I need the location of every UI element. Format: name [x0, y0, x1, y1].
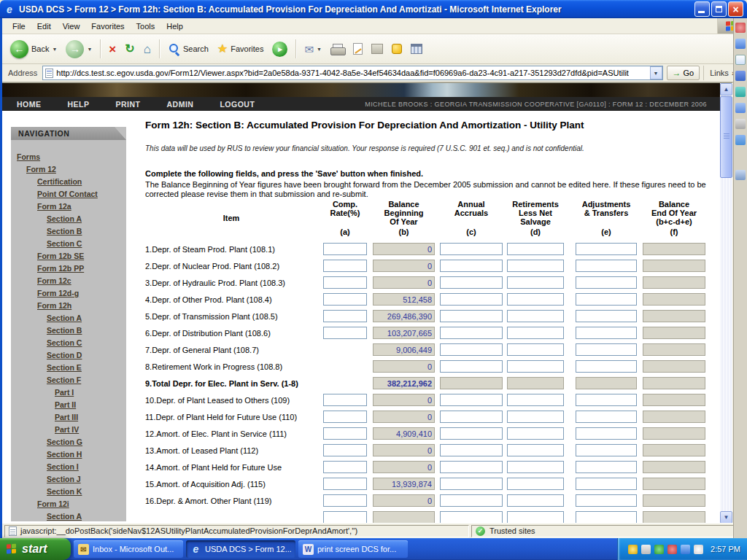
dock-icon-3[interactable] — [735, 55, 746, 65]
taskbar-task-button[interactable]: print screen DCS for... — [298, 540, 408, 558]
comp-rate-input[interactable] — [323, 260, 367, 272]
back-button[interactable]: ← Back ▼ — [7, 39, 61, 60]
annual-accruals-input[interactable] — [440, 494, 503, 507]
tray-update-icon[interactable] — [694, 545, 703, 554]
annual-accruals-input[interactable] — [440, 444, 503, 456]
dock-icon-8[interactable] — [735, 135, 746, 145]
adjustments-input[interactable] — [576, 360, 637, 373]
sidebar-link[interactable]: Certification — [11, 175, 126, 187]
adjustments-input[interactable] — [576, 276, 637, 289]
retirements-input[interactable] — [507, 360, 564, 373]
adjustments-input[interactable] — [576, 511, 637, 523]
sidebar-link[interactable]: Section B — [11, 324, 126, 336]
comp-rate-input[interactable] — [323, 276, 367, 289]
sidebar-link[interactable]: Form 12a — [11, 200, 126, 212]
site-nav-link[interactable]: HELP — [68, 100, 90, 109]
adjustments-input[interactable] — [576, 293, 637, 306]
retirements-input[interactable] — [507, 260, 564, 272]
adjustments-input[interactable] — [576, 444, 637, 456]
adjustments-input[interactable] — [576, 310, 637, 322]
sidebar-link[interactable]: Section E — [11, 361, 126, 373]
annual-accruals-input[interactable] — [440, 260, 503, 272]
minimize-button[interactable] — [694, 1, 710, 17]
address-input[interactable]: http://dcs.test.sc.egov.usda.gov/Form12/… — [42, 66, 662, 80]
sidebar-link[interactable]: Form 12h — [11, 299, 126, 311]
comp-rate-input[interactable] — [323, 461, 367, 473]
sidebar-link[interactable]: Part IV — [11, 423, 126, 435]
research-button[interactable] — [407, 42, 426, 55]
sidebar-link[interactable]: Form 12c — [11, 274, 126, 287]
sidebar-link[interactable]: Form 12i — [11, 497, 126, 510]
annual-accruals-input[interactable] — [440, 394, 503, 406]
dock-icon-2[interactable] — [735, 39, 746, 49]
annual-accruals-input[interactable] — [440, 343, 503, 356]
sidebar-link[interactable]: Part I — [11, 386, 126, 398]
forward-button[interactable]: → ▼ — [62, 39, 96, 60]
sidebar-link[interactable]: Section F — [11, 373, 126, 386]
annual-accruals-input[interactable] — [440, 327, 503, 339]
taskbar-task-button[interactable]: USDA DCS > Form 12... — [186, 540, 295, 558]
sidebar-link[interactable]: Part III — [11, 411, 126, 423]
sidebar-link[interactable]: Section K — [11, 485, 126, 497]
annual-accruals-input[interactable] — [440, 293, 503, 306]
forward-dropdown-icon[interactable]: ▼ — [87, 47, 92, 52]
sidebar-link[interactable]: Section J — [11, 472, 126, 485]
search-button[interactable]: Search — [164, 42, 212, 57]
comp-rate-input[interactable] — [323, 494, 367, 507]
annual-accruals-input[interactable] — [440, 276, 503, 289]
media-button[interactable]: ▸ — [268, 40, 291, 58]
favorites-button[interactable]: ★ Favorites — [214, 42, 268, 56]
adjustments-input[interactable] — [576, 243, 637, 255]
sidebar-link[interactable]: Section A — [11, 212, 126, 225]
annual-accruals-input[interactable] — [440, 310, 503, 322]
taskbar-task-button[interactable]: Inbox - Microsoft Out... — [74, 540, 183, 558]
comp-rate-input[interactable] — [323, 243, 367, 255]
vertical-scrollbar[interactable]: ▲ ▼ — [720, 83, 732, 523]
menu-item[interactable]: View — [57, 20, 86, 33]
sidebar-link[interactable]: Section A — [11, 311, 126, 324]
retirements-input[interactable] — [507, 461, 564, 473]
start-button[interactable]: start — [0, 538, 71, 560]
close-button[interactable]: × — [728, 1, 743, 17]
menu-item[interactable]: Tools — [131, 20, 161, 33]
scroll-up-button[interactable]: ▲ — [720, 83, 732, 96]
scrollbar-thumb[interactable] — [720, 96, 732, 178]
comp-rate-input[interactable] — [323, 411, 367, 423]
annual-accruals-input[interactable] — [440, 411, 503, 423]
sidebar-link[interactable]: Forms — [11, 150, 126, 163]
discuss-button[interactable] — [368, 42, 387, 55]
adjustments-input[interactable] — [576, 478, 637, 490]
site-nav-link[interactable]: LOGOUT — [220, 100, 255, 109]
comp-rate-input[interactable] — [323, 394, 367, 406]
adjustments-input[interactable] — [576, 461, 637, 473]
home-button[interactable]: ⌂ — [140, 42, 155, 57]
sidebar-link[interactable]: Section C — [11, 336, 126, 349]
adjustments-input[interactable] — [576, 260, 637, 272]
stop-button[interactable]: × — [105, 42, 120, 57]
dock-icon-9[interactable] — [735, 170, 746, 180]
retirements-input[interactable] — [507, 511, 564, 523]
sidebar-link[interactable]: Form 12d-g — [11, 287, 126, 299]
menu-item[interactable]: Help — [160, 20, 189, 33]
sidebar-link[interactable]: Section I — [11, 460, 126, 472]
sidebar-link[interactable]: Point Of Contact — [11, 187, 126, 200]
sidebar-link[interactable]: Section C — [11, 237, 126, 249]
dock-icon-1[interactable] — [735, 23, 746, 33]
annual-accruals-input[interactable] — [440, 461, 503, 473]
address-url[interactable]: http://dcs.test.sc.egov.usda.gov/Form12/… — [56, 69, 649, 77]
taskbar-clock[interactable]: 2:57 PM — [711, 545, 740, 553]
sidebar-link[interactable]: Section D — [11, 349, 126, 361]
site-nav-link[interactable]: HOME — [17, 100, 42, 109]
go-button[interactable]: → Go — [667, 66, 700, 80]
adjustments-input[interactable] — [576, 427, 637, 440]
sidebar-link[interactable]: Section H — [11, 448, 126, 460]
retirements-input[interactable] — [507, 276, 564, 289]
tray-network-icon[interactable] — [681, 545, 690, 554]
dock-icon-7[interactable] — [735, 119, 746, 129]
sidebar-link[interactable]: Section B — [11, 225, 126, 237]
menu-item[interactable]: Edit — [31, 20, 57, 33]
retirements-input[interactable] — [507, 427, 564, 440]
retirements-input[interactable] — [507, 343, 564, 356]
adjustments-input[interactable] — [576, 394, 637, 406]
retirements-input[interactable] — [507, 411, 564, 423]
